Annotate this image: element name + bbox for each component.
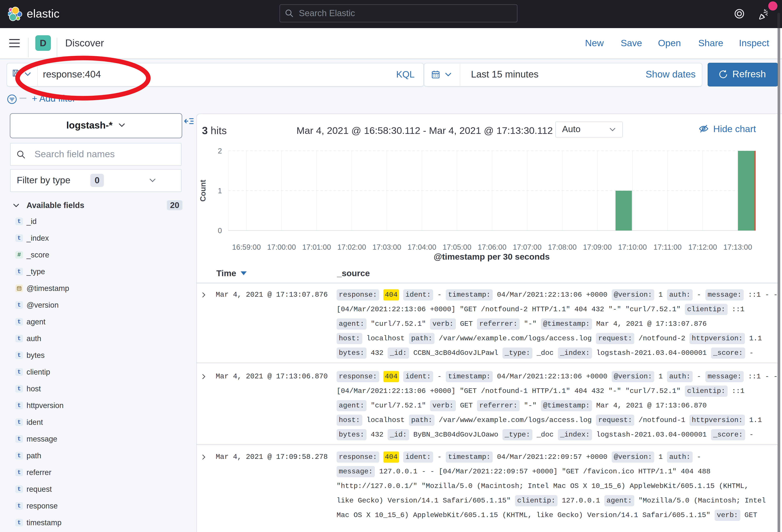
svg-text:17:04:00: 17:04:00 — [407, 243, 436, 251]
svg-text:17:13:00: 17:13:00 — [723, 243, 752, 251]
svg-text:0: 0 — [218, 227, 222, 235]
svg-text:16:59:00: 16:59:00 — [232, 243, 261, 251]
svg-text:17:03:00: 17:03:00 — [372, 243, 401, 251]
svg-text:17:11:00: 17:11:00 — [653, 243, 681, 251]
svg-text:17:08:00: 17:08:00 — [548, 243, 577, 251]
svg-text:17:10:00: 17:10:00 — [618, 243, 647, 251]
svg-text:1: 1 — [218, 187, 222, 195]
svg-text:17:06:00: 17:06:00 — [478, 243, 506, 251]
svg-text:17:05:00: 17:05:00 — [442, 243, 471, 251]
svg-text:17:09:00: 17:09:00 — [583, 243, 612, 251]
svg-text:Count: Count — [199, 180, 207, 202]
svg-text:17:12:00: 17:12:00 — [688, 243, 717, 251]
svg-text:17:00:00: 17:00:00 — [267, 243, 296, 251]
svg-text:17:07:00: 17:07:00 — [513, 243, 541, 251]
svg-text:2: 2 — [218, 147, 222, 155]
svg-text:@timestamp per 30 seconds: @timestamp per 30 seconds — [434, 252, 550, 261]
svg-text:17:01:00: 17:01:00 — [302, 243, 331, 251]
svg-text:17:02:00: 17:02:00 — [337, 243, 366, 251]
